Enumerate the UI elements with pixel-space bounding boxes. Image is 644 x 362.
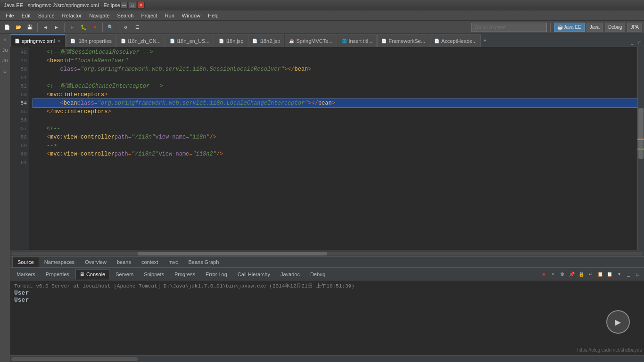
perspective-debug[interactable]: Debug: [605, 23, 625, 32]
tb-extra-1[interactable]: ⚙: [121, 22, 131, 33]
tab-overflow-button[interactable]: »: [481, 34, 488, 47]
btab-beans[interactable]: beans: [112, 257, 136, 267]
menu-file[interactable]: File: [2, 12, 18, 19]
maximize-button[interactable]: □: [129, 2, 136, 8]
tb-open-button[interactable]: 📂: [13, 22, 24, 33]
btab-source[interactable]: Source: [12, 257, 39, 267]
menu-window[interactable]: Window: [178, 12, 204, 19]
console-clear-button[interactable]: 🗑: [558, 270, 567, 279]
console-copy-button[interactable]: 📋: [596, 270, 604, 279]
code-span: "i18n": [189, 133, 209, 141]
console-tab-snippets[interactable]: Snippets: [140, 269, 168, 280]
minimize-button[interactable]: —: [120, 2, 128, 8]
perspective-java[interactable]: Java: [586, 23, 603, 32]
tab-springmvcte[interactable]: ☕ SpringMVCTe...: [285, 34, 337, 47]
console-more-button[interactable]: ▾: [615, 270, 623, 279]
java-ee-icon: ☕: [557, 25, 563, 30]
menu-navigate[interactable]: Navigate: [85, 12, 113, 19]
code-span: <!--: [47, 124, 60, 133]
tab-frameworkse[interactable]: 📄 FrameworkSe...: [377, 34, 429, 47]
code-line-51: [33, 74, 637, 82]
watermark: https://blog.csdn.net/shelbaydo: [575, 346, 644, 354]
code-span: [33, 150, 47, 158]
console-maximize-button[interactable]: □: [634, 270, 642, 279]
code-span: <!--: [33, 82, 60, 90]
code-span: [33, 57, 47, 65]
console-tab-servers[interactable]: Servers: [111, 269, 138, 280]
sidebar-icon-2[interactable]: Ju: [1, 46, 9, 55]
tb-back-button[interactable]: ◀: [40, 22, 50, 33]
tab-i18n-zh[interactable]: 📄 i18n_zh_CN...: [116, 34, 165, 47]
tab-close-springmvc[interactable]: ✕: [57, 39, 61, 43]
sidebar-icon-4[interactable]: ⊞: [1, 67, 9, 75]
tb-run-button[interactable]: ▶: [67, 22, 77, 33]
btab-beans-graph[interactable]: Beans Graph: [183, 257, 224, 267]
tb-save-button[interactable]: 💾: [25, 22, 35, 33]
code-span: =: [94, 99, 98, 107]
btab-overview[interactable]: Overview: [80, 257, 112, 267]
menu-help[interactable]: Help: [204, 12, 223, 19]
tb-extra-2[interactable]: ☰: [132, 22, 142, 33]
line-num-60: 60: [10, 150, 27, 158]
console-tab-callhierarchy[interactable]: Call Hierarchy: [233, 269, 274, 280]
sidebar-icon-1[interactable]: ≡: [1, 36, 9, 44]
console-pin-button[interactable]: 📌: [568, 270, 576, 279]
console-tab-properties[interactable]: Properties: [41, 269, 74, 280]
console-tab-console[interactable]: 🖥 Console: [75, 269, 109, 280]
tab-i18n-en[interactable]: 📄 i18n_en_US...: [165, 34, 214, 47]
tb-stop-button[interactable]: ■: [90, 22, 100, 33]
editor-hscroll[interactable]: [10, 250, 644, 256]
console-tab-javadoc[interactable]: Javadoc: [276, 269, 304, 280]
menu-refactor[interactable]: Refactor: [58, 12, 86, 19]
tb-debug-button[interactable]: 🐛: [78, 22, 89, 33]
tab-maximize-button[interactable]: □: [636, 40, 643, 47]
menu-source[interactable]: Source: [34, 12, 58, 19]
code-span: [33, 107, 47, 116]
tab-i18n-jsp[interactable]: 📄 i18n.jsp: [215, 34, 248, 47]
console-stop-button[interactable]: ■: [539, 270, 548, 279]
editor-vscroll[interactable]: [637, 47, 644, 250]
tab-acceptheade[interactable]: 📄 AcceptHeade...: [430, 34, 481, 47]
menu-edit[interactable]: Edit: [18, 12, 34, 19]
play-button[interactable]: ▶: [606, 310, 630, 334]
btab-mvc[interactable]: mvc: [163, 257, 183, 267]
tab-insert-titl[interactable]: 🌐 Insert titl...: [338, 34, 377, 47]
console-tab-errorlog[interactable]: Error Log: [201, 269, 231, 280]
sidebar-icon-3[interactable]: Ju: [1, 57, 9, 65]
console-paste-button[interactable]: 📋: [605, 270, 614, 279]
tab-minimize-button[interactable]: _: [629, 40, 636, 47]
perspective-jpa[interactable]: JPA: [627, 23, 642, 32]
perspective-java-ee[interactable]: ☕ Java EE: [554, 23, 585, 32]
console-tab-progress[interactable]: Progress: [170, 269, 199, 280]
console-terminate-button[interactable]: ✕: [549, 270, 557, 279]
code-span: "/i18n2": [132, 150, 159, 158]
code-area[interactable]: <!-- 配置 SessionLocalResolver --> <bean i…: [29, 47, 637, 250]
tb-new-button[interactable]: 📄: [2, 22, 12, 33]
tab-i18n-properties[interactable]: 📄 i18n.properties: [66, 34, 116, 47]
console-scroll-lock-button[interactable]: 🔒: [577, 270, 586, 279]
line-num-49: 49: [10, 57, 27, 65]
tab-springmvc-xml[interactable]: 📄 springmvc.xml ✕: [10, 34, 66, 47]
tb-search-button[interactable]: 🔍: [105, 22, 116, 33]
menu-search[interactable]: Search: [114, 12, 138, 19]
console-hscroll[interactable]: [10, 355, 644, 362]
tab-label-i18n-jsp: i18n.jsp: [226, 38, 244, 44]
tab-label-acceptheade: AcceptHeade...: [441, 38, 477, 44]
console-hscroll-track: [11, 357, 643, 361]
console-tab-markers[interactable]: Markers: [12, 269, 40, 280]
code-span: mvc:view-controller: [50, 133, 115, 141]
close-button[interactable]: ✕: [137, 2, 145, 8]
btab-namespaces[interactable]: Namespaces: [39, 257, 80, 267]
btab-context[interactable]: context: [136, 257, 163, 267]
tab-bar: 📄 springmvc.xml ✕ 📄 i18n.properties 📄 i1…: [10, 34, 644, 47]
tab-window-buttons: _ □: [629, 40, 644, 47]
tb-forward-button[interactable]: ▶: [51, 22, 62, 33]
quick-access-input[interactable]: [471, 23, 547, 32]
menu-run[interactable]: Run: [161, 12, 178, 19]
console-minimize-button[interactable]: _: [624, 270, 633, 279]
menu-project[interactable]: Project: [137, 12, 161, 19]
console-tab-debug[interactable]: Debug: [306, 269, 330, 280]
tab-i18n2-jsp[interactable]: 📄 i18n2.jsp: [248, 34, 284, 47]
console-word-wrap-button[interactable]: ↵: [586, 270, 595, 279]
titlebar-title: Java EE - springmvc-2/src/springmvc.xml …: [4, 2, 120, 8]
